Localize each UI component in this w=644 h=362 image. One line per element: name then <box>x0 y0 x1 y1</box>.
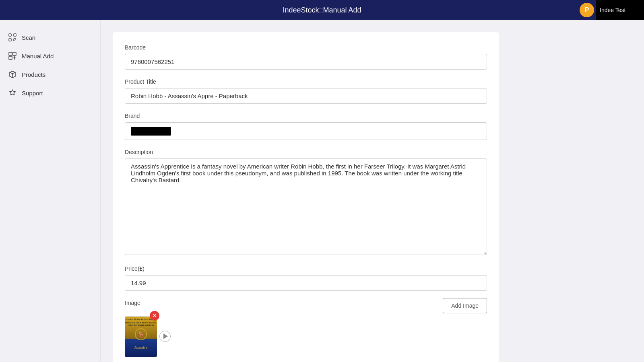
form-card: Barcode Product Title Brand Description … <box>113 32 499 362</box>
image-group: Image Add Image 'In today's crowded fant… <box>125 300 487 357</box>
price-group: Price(£) <box>125 265 487 291</box>
svg-rect-2 <box>9 39 11 41</box>
price-label: Price(£) <box>125 265 487 272</box>
play-triangle-icon <box>163 333 168 339</box>
sidebar-label-products: Products <box>22 71 45 78</box>
description-label: Description <box>125 149 487 155</box>
svg-rect-1 <box>14 34 16 36</box>
book-title-overlay: Assassin's <box>134 346 147 350</box>
play-button[interactable] <box>159 331 171 342</box>
add-image-button[interactable]: Add Image <box>443 298 487 313</box>
svg-rect-8 <box>13 52 16 56</box>
brand-label: Brand <box>125 113 487 119</box>
sidebar-item-products[interactable]: Products <box>0 65 100 84</box>
user-menu[interactable]: P Indee Test <box>580 0 644 20</box>
svg-rect-0 <box>9 34 11 36</box>
price-input[interactable] <box>125 275 487 291</box>
support-icon <box>8 88 17 97</box>
description-textarea[interactable]: Assassin's Apprentice is a fantasy novel… <box>125 158 487 255</box>
sidebar-item-manual-add[interactable]: Manual Add <box>0 47 100 65</box>
main-layout: Scan Manual Add <box>0 20 644 362</box>
book-stag-icon: 🦌 <box>135 328 147 340</box>
image-thumbnail-wrapper: 'In today's crowded fantasy market Robin… <box>125 317 157 357</box>
barcode-label: Barcode <box>125 44 487 51</box>
image-section-header: Image Add Image <box>125 300 487 313</box>
book-cover-image: 'In today's crowded fantasy market Robin… <box>125 317 157 357</box>
book-cover-bottom: Assassin's <box>125 339 157 357</box>
brand-group: Brand <box>125 113 487 140</box>
brand-swatch <box>131 127 171 136</box>
manual-add-icon <box>8 51 17 60</box>
sidebar-item-support[interactable]: Support <box>0 84 100 102</box>
products-icon <box>8 70 17 79</box>
sidebar-label-scan: Scan <box>22 34 35 41</box>
sidebar-label-manual-add: Manual Add <box>22 53 54 60</box>
barcode-input[interactable] <box>125 54 487 70</box>
svg-rect-7 <box>9 52 12 56</box>
avatar: P <box>580 3 594 17</box>
app-header: IndeeStock::Manual Add P Indee Test <box>0 0 644 20</box>
product-title-input[interactable] <box>125 88 487 104</box>
product-title-label: Product Title <box>125 78 487 85</box>
product-title-group: Product Title <box>125 78 487 104</box>
remove-image-button[interactable] <box>150 311 159 321</box>
description-group: Description Assassin's Apprentice is a f… <box>125 149 487 257</box>
main-content: Barcode Product Title Brand Description … <box>101 20 644 362</box>
svg-rect-9 <box>9 56 12 60</box>
sidebar: Scan Manual Add <box>0 20 101 362</box>
app-title: IndeeStock::Manual Add <box>283 6 361 14</box>
sidebar-label-support: Support <box>22 90 43 97</box>
sidebar-item-scan[interactable]: Scan <box>0 28 100 47</box>
brand-input-box[interactable] <box>125 122 487 140</box>
image-label: Image <box>125 300 140 306</box>
image-container: 'In today's crowded fantasy market Robin… <box>125 317 487 357</box>
barcode-group: Barcode <box>125 44 487 70</box>
user-name: Indee Test <box>596 0 644 20</box>
scan-icon <box>8 33 17 42</box>
